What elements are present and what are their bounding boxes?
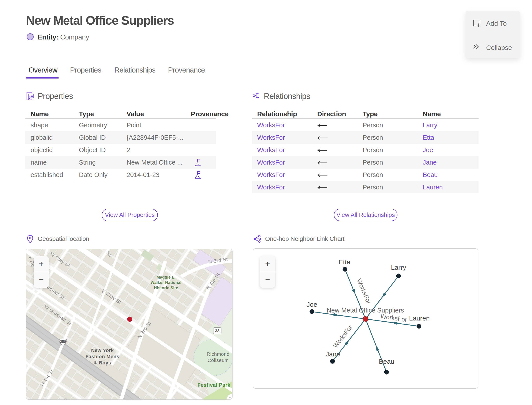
svg-text:New York: New York — [91, 348, 114, 353]
svg-text:Festival Park: Festival Park — [198, 382, 230, 388]
svg-text:250: 250 — [60, 340, 66, 344]
svg-text:Fashion Mens: Fashion Mens — [86, 354, 120, 359]
svg-text:Richmond: Richmond — [206, 351, 229, 357]
svg-text:Lauren: Lauren — [409, 315, 430, 322]
svg-text:Maggie L.: Maggie L. — [157, 275, 176, 279]
svg-text:33: 33 — [215, 329, 219, 333]
svg-text:WorksFor: WorksFor — [332, 324, 354, 349]
svg-text:Beau: Beau — [379, 358, 394, 365]
svg-text:Historic Site: Historic Site — [154, 286, 178, 290]
svg-text:Jane: Jane — [326, 351, 340, 358]
svg-text:Coliseum: Coliseum — [207, 358, 229, 363]
svg-text:New Metal Office Suppliers: New Metal Office Suppliers — [326, 307, 404, 314]
svg-text:Etta: Etta — [339, 258, 351, 266]
svg-text:& Boys: & Boys — [94, 360, 111, 365]
svg-text:Larry: Larry — [391, 264, 406, 271]
svg-text:Walker National: Walker National — [151, 280, 181, 285]
svg-text:Joe: Joe — [306, 301, 317, 308]
